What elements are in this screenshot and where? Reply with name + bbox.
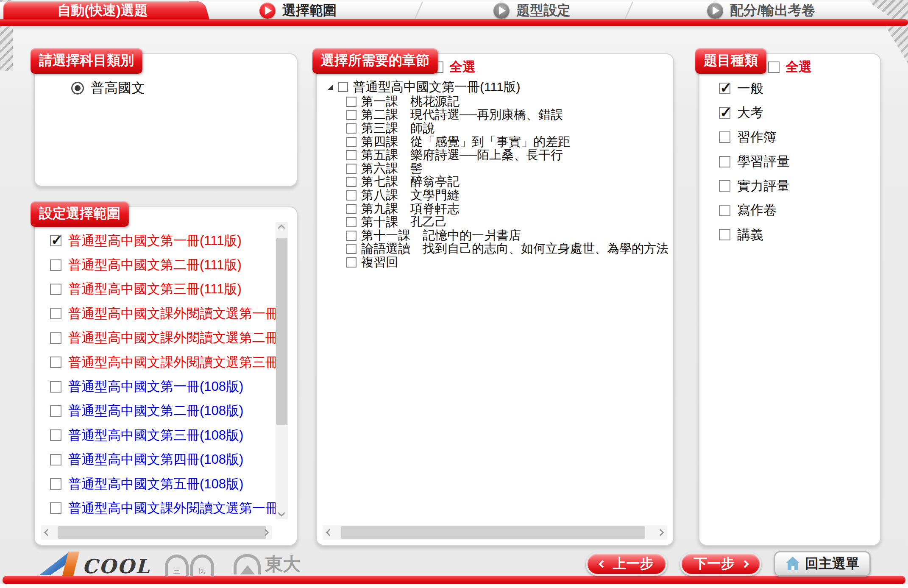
question-type-label: 大考 <box>737 104 763 122</box>
sanmin-arch-icon: 三 <box>165 555 189 577</box>
next-step-label: 下一步 <box>694 555 735 573</box>
exam-builder-page: 自動(快速)選題 選擇範圍 題型設定 配分/輸出考卷 請選擇科目類別 普高國文 … <box>0 0 908 588</box>
question-type-list: 一般 大考 習作簿 學習評量 實 <box>719 76 872 247</box>
vertical-scrollbar-thumb[interactable] <box>276 238 287 425</box>
textbook-checkbox[interactable] <box>50 284 61 295</box>
textbook-list-item[interactable]: 普通型高中國文課外閱讀文選第二冊(108版) <box>50 521 276 522</box>
question-type-label: 講義 <box>737 226 763 244</box>
textbook-checkbox[interactable] <box>50 502 61 514</box>
textbook-checkbox[interactable] <box>50 454 61 465</box>
scroll-up-icon[interactable] <box>276 223 287 234</box>
vertical-scrollbar[interactable] <box>276 222 288 519</box>
textbook-label: 普通型高中國文第三冊(111版) <box>68 280 242 298</box>
chapter-checkbox[interactable] <box>346 257 357 268</box>
next-step-button[interactable]: 下一步 <box>680 552 761 576</box>
textbook-list-item[interactable]: 普通型高中國文課外閱讀文選第一冊(108版) <box>50 496 276 520</box>
textbook-checkbox[interactable] <box>50 308 61 319</box>
question-type-checkbox[interactable] <box>719 229 730 240</box>
chapter-checkbox[interactable] <box>346 110 357 120</box>
textbook-list-item[interactable]: 普通型高中國文第四冊(108版) <box>50 448 276 472</box>
textbook-checkbox[interactable] <box>50 429 61 441</box>
tree-collapse-icon[interactable] <box>328 84 333 90</box>
textbook-checkbox[interactable] <box>50 235 61 246</box>
icool-logo: COOL <box>39 552 150 576</box>
chapter-tree-children: 第一課 桃花源記 第二課 現代詩選──再別康橋、錯誤 第三課 師說 <box>346 95 671 269</box>
question-type-checkbox[interactable] <box>719 205 730 216</box>
textbook-list-item[interactable]: 普通型高中國文第一冊(111版) <box>50 229 276 253</box>
textbook-checkbox[interactable] <box>50 381 61 393</box>
chapter-checkbox[interactable] <box>346 190 357 201</box>
question-type-row[interactable]: 大考 <box>719 101 872 125</box>
chapter-checkbox[interactable] <box>346 204 357 214</box>
textbook-list-item[interactable]: 普通型高中國文課外閱讀文選第二冊(111版) <box>50 326 276 350</box>
question-type-row[interactable]: 習作簿 <box>719 125 872 150</box>
scroll-left-icon[interactable] <box>323 527 335 538</box>
main-menu-button[interactable]: 回主選單 <box>774 551 871 577</box>
question-type-checkbox[interactable] <box>719 107 730 119</box>
textbook-label: 普通型高中國文課外閱讀文選第一冊(111版) <box>68 305 276 323</box>
textbook-list-item[interactable]: 普通型高中國文第一冊(108版) <box>50 374 276 399</box>
textbook-list-item[interactable]: 普通型高中國文第三冊(108版) <box>50 423 276 447</box>
chapter-checkbox[interactable] <box>346 150 357 160</box>
previous-step-button[interactable]: 上一步 <box>586 552 667 576</box>
types-select-all[interactable]: 全選 <box>768 58 812 76</box>
tab-scoring-output[interactable]: 配分/輸出考卷 <box>707 2 815 20</box>
textbook-list-item[interactable]: 普通型高中國文第五冊(108版) <box>50 472 276 496</box>
home-icon <box>785 557 800 571</box>
horizontal-scrollbar-thumb[interactable] <box>58 526 266 539</box>
play-icon-red <box>259 3 276 19</box>
chapter-checkbox[interactable] <box>346 137 357 147</box>
chapter-checkbox[interactable] <box>346 177 357 187</box>
previous-step-label: 上一步 <box>613 555 654 573</box>
textbook-checkbox[interactable] <box>50 332 61 344</box>
textbook-checkbox[interactable] <box>50 357 61 368</box>
horizontal-scrollbar[interactable] <box>323 525 667 540</box>
textbook-list-item[interactable]: 普通型高中國文課外閱讀文選第一冊(111版) <box>50 301 276 326</box>
select-all-label: 全選 <box>449 58 476 76</box>
scroll-right-icon[interactable] <box>259 527 271 538</box>
scroll-right-icon[interactable] <box>655 527 666 538</box>
tab-select-range[interactable]: 選擇範圍 <box>259 2 337 20</box>
root-checkbox[interactable] <box>338 82 348 92</box>
chapter-row[interactable]: 複習回 <box>346 256 671 269</box>
chapter-label: 複習回 <box>361 254 398 271</box>
textbook-list-item[interactable]: 普通型高中國文課外閱讀文選第三冊(111版) <box>50 350 276 374</box>
scroll-down-icon[interactable] <box>276 507 287 518</box>
chapter-tree-root[interactable]: 普通型高中國文第一冊(111版) <box>328 79 671 95</box>
textbook-checkbox[interactable] <box>50 405 61 417</box>
select-all-checkbox[interactable] <box>768 61 780 73</box>
horizontal-scrollbar-thumb[interactable] <box>341 526 645 539</box>
question-type-row[interactable]: 實力評量 <box>719 174 872 198</box>
dongda-logo: 東大 <box>234 552 301 576</box>
textbook-checkbox[interactable] <box>50 478 61 490</box>
textbook-list-item[interactable]: 普通型高中國文第三冊(111版) <box>50 277 276 301</box>
scroll-left-icon[interactable] <box>42 527 53 538</box>
subject-option-row[interactable]: 普高國文 <box>71 79 145 98</box>
question-type-checkbox[interactable] <box>719 83 730 94</box>
textbook-list-item[interactable]: 普通型高中國文第二冊(108版) <box>50 399 276 423</box>
chapters-select-all[interactable]: 全選 <box>432 58 476 76</box>
tab-question-type-setting[interactable]: 題型設定 <box>493 2 571 20</box>
question-type-checkbox[interactable] <box>719 131 730 143</box>
textbook-checkbox[interactable] <box>50 259 61 271</box>
chapter-checkbox[interactable] <box>346 97 357 107</box>
chapter-checkbox[interactable] <box>346 164 357 174</box>
chapter-checkbox[interactable] <box>346 217 357 227</box>
chapter-checkbox[interactable] <box>346 123 357 134</box>
question-type-row[interactable]: 一般 <box>719 76 872 101</box>
chapter-checkbox[interactable] <box>346 231 357 241</box>
question-type-checkbox[interactable] <box>719 156 730 167</box>
chevron-right-icon <box>741 560 749 568</box>
subject-radio[interactable] <box>71 82 84 95</box>
question-type-checkbox[interactable] <box>719 180 730 192</box>
horizontal-scrollbar[interactable] <box>41 525 272 540</box>
question-type-row[interactable]: 寫作卷 <box>719 198 872 223</box>
chapter-checkbox[interactable] <box>346 244 357 254</box>
question-type-row[interactable]: 學習評量 <box>719 150 872 174</box>
sanmin-arch-icon: 民 <box>190 555 214 577</box>
question-type-row[interactable]: 講義 <box>719 223 872 247</box>
main-menu-label: 回主選單 <box>805 555 859 573</box>
tab-auto-quick-select[interactable]: 自動(快速)選題 <box>3 1 202 20</box>
textbook-list: 普通型高中國文第一冊(111版) 普通型高中國文第二冊(111版) 普通型高中國… <box>50 229 276 522</box>
textbook-list-item[interactable]: 普通型高中國文第二冊(111版) <box>50 253 276 277</box>
